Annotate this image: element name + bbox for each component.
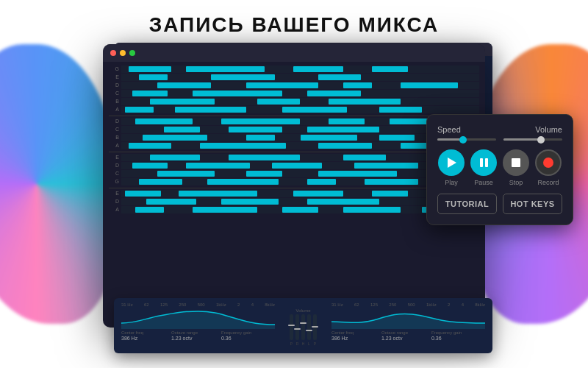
fader-4[interactable]: [307, 314, 311, 340]
eq-freq-header-right: 31 Hz 62 125 250 500 1kHz 2 4 8kHz: [331, 302, 485, 307]
section-divider-3: [109, 188, 479, 188]
param-freq-gain-right: Frequency gain 0.36: [431, 330, 476, 341]
main-dot-yellow: [120, 50, 126, 56]
fader-labels: P R H L P: [290, 342, 317, 346]
eq-content: 31 Hz 62 125 250 500 1kHz 2 4 8kHz Cente…: [121, 302, 485, 350]
fader-sliders: [290, 314, 317, 340]
eq-freq-header: 31 Hz 62 125 250 500 1kHz 2 4 8kHz: [121, 302, 275, 307]
tutorial-button[interactable]: TUTORIAL: [437, 194, 497, 214]
play-icon: [448, 158, 456, 168]
row-d1: D: [103, 81, 485, 89]
stop-label: Stop: [509, 179, 523, 186]
main-dot-red: [110, 50, 116, 56]
pause-label: Pause: [474, 179, 493, 186]
eq-faders-group: Volume: [290, 302, 317, 350]
fader-volume: Volume: [290, 308, 317, 346]
fader-handle-5: [312, 326, 318, 328]
fader-handle-1: [288, 325, 295, 326]
hotkeys-button[interactable]: HOT KEYS: [503, 194, 562, 214]
stop-button[interactable]: [503, 149, 529, 176]
fader-handle-4: [306, 330, 312, 331]
play-button[interactable]: [438, 149, 465, 176]
speed-label: Speed: [437, 125, 461, 134]
main-titlebar: [103, 44, 485, 62]
param-center-freq: Center freq 386 Hz: [121, 330, 165, 341]
eq-panel: 31 Hz 62 125 250 500 1kHz 2 4 8kHz Cente…: [114, 298, 492, 353]
page-title: ЗАПИСЬ ВАШЕГО МИКСА: [0, 13, 588, 37]
section-divider-2: [109, 152, 479, 152]
fader-handle-2: [294, 328, 301, 330]
fader-1[interactable]: [290, 314, 293, 340]
eq-curve-right: [331, 308, 485, 329]
fader-2[interactable]: [295, 314, 299, 340]
pause-button-group: Pause: [470, 149, 497, 186]
record-icon: [543, 158, 553, 168]
eq-params-right: Center freq 386 Hz Octave range 1.23 oct…: [331, 330, 485, 341]
main-dot-green: [129, 50, 135, 56]
section-divider-1: [109, 116, 479, 116]
speed-slider[interactable]: [437, 138, 496, 141]
row-g1: G: [103, 65, 485, 73]
section-1: G E D: [103, 65, 485, 113]
record-button-group: Record: [535, 149, 562, 186]
volume-slider-group: [503, 137, 562, 141]
volume-slider[interactable]: [503, 138, 562, 141]
eq-params-left: Center freq 386 Hz Octave range 1.23 oct…: [121, 330, 275, 341]
transport-buttons: Play Pause Stop Record: [437, 149, 562, 186]
stop-icon: [512, 158, 520, 167]
speed-slider-group: [437, 137, 496, 141]
pause-button[interactable]: [470, 149, 497, 176]
param-octave-range: Octave range 1.23 octv: [171, 330, 215, 341]
control-panel: Speed Volume Play: [426, 114, 573, 225]
record-label: Record: [537, 179, 559, 186]
stop-button-group: Stop: [503, 149, 529, 186]
row-a1: A: [103, 105, 485, 113]
sliders-row: [437, 137, 562, 141]
eq-left: 31 Hz 62 125 250 500 1kHz 2 4 8kHz Cente…: [121, 302, 275, 350]
eq-right: 31 Hz 62 125 250 500 1kHz 2 4 8kHz Cente…: [331, 302, 485, 350]
action-buttons: TUTORIAL HOT KEYS: [437, 194, 562, 214]
fader-3[interactable]: [301, 314, 305, 340]
fader-5[interactable]: [313, 314, 317, 340]
record-button[interactable]: [535, 149, 562, 176]
row-b1: B: [103, 97, 485, 105]
row-c1: C: [103, 89, 485, 97]
control-row-labels: Speed Volume: [437, 125, 562, 134]
fader-handle-3: [300, 322, 306, 324]
row-e1: E: [103, 73, 485, 81]
play-button-group: Play: [438, 149, 465, 186]
eq-curve: [121, 308, 275, 329]
volume-label: Volume: [535, 125, 562, 134]
pause-icon: [480, 158, 488, 167]
param-freq-gain: Frequency gain 0.36: [221, 330, 265, 341]
param-center-freq-right: Center freq 386 Hz: [331, 330, 376, 341]
play-label: Play: [445, 179, 458, 186]
param-octave-range-right: Octave range 1.23 octv: [381, 330, 426, 341]
